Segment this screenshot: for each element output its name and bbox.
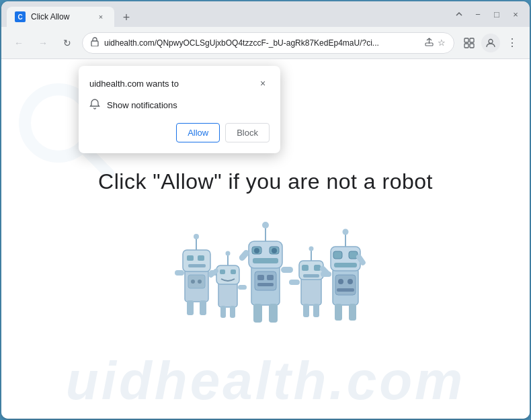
svg-rect-5 bbox=[470, 44, 474, 48]
bookmark-icon[interactable]: ☆ bbox=[438, 38, 446, 48]
title-bar-chevron[interactable] bbox=[450, 5, 468, 23]
svg-rect-0 bbox=[91, 41, 98, 46]
svg-rect-44 bbox=[267, 275, 274, 280]
svg-rect-50 bbox=[301, 277, 321, 305]
svg-rect-23 bbox=[218, 282, 237, 307]
svg-rect-46 bbox=[253, 304, 262, 323]
robot-5 bbox=[321, 229, 366, 321]
profile-button[interactable] bbox=[481, 34, 500, 52]
svg-point-39 bbox=[254, 248, 259, 253]
svg-rect-21 bbox=[175, 270, 184, 276]
minimize-button[interactable]: − bbox=[469, 5, 487, 23]
maximize-button[interactable]: □ bbox=[488, 5, 505, 23]
svg-rect-73 bbox=[349, 304, 356, 321]
popup-close-button[interactable]: × bbox=[256, 77, 270, 90]
robots-svg bbox=[165, 214, 366, 335]
more-menu-button[interactable]: ⋮ bbox=[503, 34, 522, 52]
svg-rect-10 bbox=[183, 250, 210, 271]
url-icons: ☆ bbox=[425, 38, 446, 48]
svg-point-19 bbox=[191, 280, 195, 284]
svg-rect-15 bbox=[188, 264, 206, 267]
popup-header: uidhealth.com wants to × bbox=[89, 77, 270, 90]
svg-rect-45 bbox=[257, 283, 274, 286]
svg-rect-17 bbox=[200, 300, 206, 315]
svg-rect-65 bbox=[333, 251, 342, 259]
favicon-letter: C bbox=[17, 13, 22, 21]
svg-rect-66 bbox=[349, 251, 358, 259]
svg-point-40 bbox=[272, 248, 277, 253]
svg-point-70 bbox=[348, 279, 353, 284]
url-text: uidhealth.com/QNpwyOCLSgUjxbOQ4tzzccF-_b… bbox=[104, 38, 419, 48]
svg-rect-41 bbox=[253, 258, 278, 263]
svg-rect-55 bbox=[314, 265, 321, 271]
forward-button[interactable]: → bbox=[34, 34, 52, 52]
svg-rect-43 bbox=[257, 275, 264, 280]
svg-rect-14 bbox=[198, 255, 204, 261]
address-bar-right: ⋮ bbox=[460, 34, 522, 52]
svg-rect-47 bbox=[269, 304, 278, 323]
svg-rect-27 bbox=[220, 269, 225, 274]
svg-rect-56 bbox=[303, 274, 319, 278]
browser-content: uidhealth.com Click "Allow" if you are n… bbox=[1, 59, 530, 419]
svg-point-26 bbox=[226, 251, 231, 256]
tab-favicon: C bbox=[15, 11, 26, 22]
popup-title: uidhealth.com wants to bbox=[89, 79, 179, 89]
svg-rect-60 bbox=[289, 280, 300, 285]
svg-rect-74 bbox=[321, 271, 331, 277]
svg-rect-42 bbox=[255, 271, 276, 290]
tab-bar: C Click Allow × + bbox=[7, 1, 448, 27]
svg-point-53 bbox=[309, 247, 314, 251]
svg-rect-49 bbox=[281, 267, 293, 273]
svg-rect-57 bbox=[303, 304, 309, 317]
svg-rect-29 bbox=[220, 306, 226, 318]
svg-rect-30 bbox=[230, 306, 235, 318]
svg-rect-71 bbox=[337, 288, 354, 292]
extension-icon[interactable] bbox=[460, 34, 479, 52]
browser-window: C Click Allow × + − □ × ← → ↻ uidhealth.… bbox=[1, 1, 530, 419]
popup-notification-item: Show notifications bbox=[89, 98, 270, 112]
svg-point-12 bbox=[194, 234, 199, 239]
svg-rect-72 bbox=[335, 304, 342, 321]
robot-2 bbox=[208, 251, 247, 319]
title-bar-controls: − □ × bbox=[450, 5, 524, 23]
svg-rect-16 bbox=[187, 300, 194, 315]
notification-popup: uidhealth.com wants to × Show notificati… bbox=[79, 66, 280, 153]
svg-rect-54 bbox=[302, 265, 309, 271]
tab-close-button[interactable]: × bbox=[95, 11, 106, 22]
svg-rect-32 bbox=[238, 285, 247, 290]
block-button[interactable]: Block bbox=[225, 123, 270, 142]
back-button[interactable]: ← bbox=[9, 34, 28, 52]
tab-title: Click Allow bbox=[31, 12, 90, 22]
active-tab[interactable]: C Click Allow × bbox=[7, 7, 114, 27]
svg-rect-2 bbox=[464, 38, 468, 42]
svg-rect-68 bbox=[335, 275, 356, 295]
svg-rect-4 bbox=[464, 44, 468, 48]
svg-rect-34 bbox=[249, 241, 282, 268]
svg-point-69 bbox=[338, 279, 343, 284]
svg-rect-28 bbox=[231, 269, 236, 274]
svg-point-20 bbox=[198, 280, 202, 284]
robot-3 bbox=[238, 222, 293, 323]
page-headline: Click "Allow" if you are not a robot bbox=[98, 169, 433, 194]
robots-illustration bbox=[165, 214, 366, 335]
svg-point-36 bbox=[262, 222, 269, 228]
url-bar[interactable]: uidhealth.com/QNpwyOCLSgUjxbOQ4tzzccF-_b… bbox=[82, 32, 454, 54]
bell-icon bbox=[89, 98, 100, 112]
robot-4 bbox=[289, 247, 331, 318]
svg-rect-67 bbox=[334, 263, 357, 267]
address-bar: ← → ↻ uidhealth.com/QNpwyOCLSgUjxbOQ4tzz… bbox=[1, 27, 530, 59]
svg-point-6 bbox=[489, 39, 493, 43]
popup-notification-text: Show notifications bbox=[107, 100, 177, 110]
title-bar: C Click Allow × + − □ × bbox=[1, 1, 530, 27]
popup-buttons: Allow Block bbox=[89, 123, 270, 142]
svg-rect-18 bbox=[188, 275, 205, 288]
close-window-button[interactable]: × bbox=[507, 5, 524, 23]
svg-point-64 bbox=[343, 229, 349, 235]
new-tab-button[interactable]: + bbox=[117, 8, 136, 27]
refresh-button[interactable]: ↻ bbox=[58, 34, 77, 52]
svg-rect-58 bbox=[313, 304, 319, 317]
lock-icon bbox=[91, 37, 99, 48]
allow-button[interactable]: Allow bbox=[176, 123, 220, 142]
share-icon[interactable] bbox=[425, 38, 434, 48]
svg-rect-13 bbox=[187, 255, 194, 261]
